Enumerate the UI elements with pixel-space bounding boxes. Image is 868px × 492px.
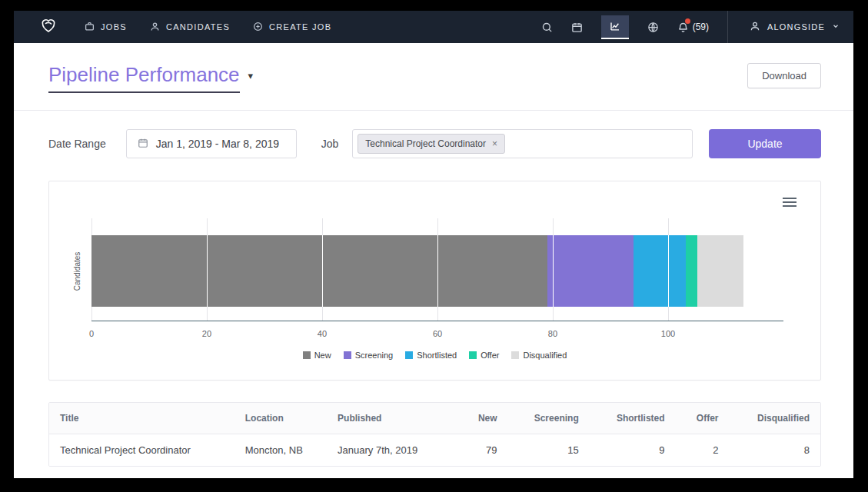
calendar-icon <box>138 138 148 151</box>
nav-item-candidates[interactable]: CANDIDATES <box>150 22 230 33</box>
legend-item-shortlisted[interactable]: Shortlisted <box>405 351 457 360</box>
nav-item-label: JOBS <box>101 22 127 32</box>
plot-area <box>91 218 783 321</box>
legend-swatch <box>405 351 413 359</box>
plus-circle-icon <box>253 22 263 33</box>
x-tick-label: 0 <box>89 329 94 338</box>
job-select-input[interactable]: Technical Project Coordinator × <box>352 129 693 158</box>
page-title: Pipeline Performance <box>48 63 240 93</box>
top-navbar: JOBS CANDIDATES CREATE JOB <box>14 11 853 43</box>
date-range-value: Jan 1, 2019 - Mar 8, 2019 <box>156 138 279 150</box>
calendar-icon[interactable] <box>571 22 583 33</box>
column-header-published: Published <box>327 403 458 434</box>
bar-segment-offer[interactable] <box>686 235 697 307</box>
legend-label: Shortlisted <box>417 351 457 360</box>
page-header: Pipeline Performance ▾ Download <box>14 43 853 93</box>
navbar-actions: (59) ALONGSIDE <box>541 11 840 43</box>
column-header-disqualified: Disqualified <box>730 403 821 434</box>
job-tag-chip: Technical Project Coordinator × <box>358 134 505 154</box>
update-button[interactable]: Update <box>709 129 821 158</box>
account-menu[interactable]: ALONGSIDE <box>747 21 840 33</box>
chart-menu-icon[interactable] <box>780 195 799 209</box>
y-axis-label: Candidates <box>73 252 81 291</box>
bar-row <box>91 235 783 307</box>
pipeline-table-card: TitleLocationPublishedNewScreeningShortl… <box>48 402 821 467</box>
brand-logo[interactable] <box>38 16 58 38</box>
person-icon <box>150 22 160 33</box>
x-tick-label: 20 <box>202 329 211 338</box>
nav-item-create-job[interactable]: CREATE JOB <box>253 22 331 33</box>
globe-icon[interactable] <box>647 22 659 33</box>
column-header-new: New <box>458 403 508 434</box>
x-tick-label: 100 <box>661 329 675 338</box>
navbar-divider <box>727 11 728 43</box>
job-tag-label: Technical Project Coordinator <box>365 138 486 149</box>
nav-item-label: CREATE JOB <box>269 22 331 32</box>
bar-gridline <box>437 235 438 307</box>
bar-gridline <box>668 235 669 307</box>
table-cell: January 7th, 2019 <box>327 434 458 467</box>
remove-tag-icon[interactable]: × <box>492 139 497 148</box>
bar-gridline <box>207 235 208 307</box>
filter-bar: Date Range Jan 1, 2019 - Mar 8, 2019 Job… <box>14 111 853 158</box>
column-header-screening: Screening <box>508 403 590 434</box>
notification-dot <box>685 18 690 24</box>
download-button[interactable]: Download <box>747 63 821 88</box>
legend-label: Disqualified <box>523 351 567 360</box>
search-icon[interactable] <box>541 22 553 33</box>
chevron-down-icon <box>832 22 840 32</box>
table-cell: 2 <box>676 434 730 467</box>
account-label: ALONGSIDE <box>767 22 825 32</box>
table-row[interactable]: Technical Project CoordinatorMoncton, NB… <box>49 434 820 467</box>
legend-swatch <box>303 351 311 359</box>
table-cell: Moncton, NB <box>234 434 327 467</box>
title-caret-icon[interactable]: ▾ <box>248 70 254 81</box>
briefcase-icon <box>85 22 95 33</box>
legend-swatch <box>469 351 477 359</box>
legend-swatch <box>344 351 351 359</box>
report-selector[interactable]: Pipeline Performance ▾ <box>48 63 253 93</box>
column-header-offer: Offer <box>676 403 730 434</box>
nav-item-jobs[interactable]: JOBS <box>85 22 127 33</box>
bar-gridline <box>322 235 323 307</box>
app-window: JOBS CANDIDATES CREATE JOB <box>14 11 853 478</box>
legend-item-disqualified[interactable]: Disqualified <box>511 351 567 360</box>
heart-logo-icon <box>38 16 58 38</box>
column-header-location: Location <box>234 403 327 434</box>
nav-item-label: CANDIDATES <box>166 22 230 32</box>
legend-item-offer[interactable]: Offer <box>469 351 499 360</box>
x-axis-ticks: 020406080100 <box>91 329 783 340</box>
legend-item-new[interactable]: New <box>303 351 331 360</box>
job-label: Job <box>321 138 339 150</box>
legend-label: Offer <box>481 351 499 360</box>
bar-gridline <box>553 235 554 307</box>
table-cell: 8 <box>730 434 821 467</box>
bell-icon <box>677 22 689 33</box>
table-cell: 15 <box>508 434 590 467</box>
column-header-title: Title <box>49 403 234 434</box>
bar-segment-screening[interactable] <box>547 235 634 307</box>
account-person-icon <box>750 21 760 33</box>
bar-segment-disqualified[interactable] <box>697 235 743 307</box>
bar-segment-new[interactable] <box>91 235 547 307</box>
legend-swatch <box>511 351 519 359</box>
pipeline-chart-card: Candidates 020406080100 NewScreeningShor… <box>48 181 821 381</box>
legend-label: New <box>314 351 331 360</box>
table-header-row: TitleLocationPublishedNewScreeningShortl… <box>49 403 820 434</box>
legend-item-screening[interactable]: Screening <box>344 351 394 360</box>
notifications-button[interactable]: (59) <box>677 22 709 33</box>
table-cell: 9 <box>590 434 676 467</box>
pipeline-table: TitleLocationPublishedNewScreeningShortl… <box>49 403 820 466</box>
table-cell: Technical Project Coordinator <box>49 434 234 467</box>
primary-nav: JOBS CANDIDATES CREATE JOB <box>85 22 331 33</box>
table-body: Technical Project CoordinatorMoncton, NB… <box>49 434 820 467</box>
x-tick-label: 60 <box>433 329 442 338</box>
bar-segment-shortlisted[interactable] <box>634 235 686 307</box>
date-range-label: Date Range <box>48 138 106 150</box>
reports-chart-icon[interactable] <box>601 15 629 39</box>
notification-count: (59) <box>693 22 709 32</box>
legend: NewScreeningShortlistedOfferDisqualified <box>49 351 820 360</box>
column-header-shortlisted: Shortlisted <box>590 403 676 434</box>
date-range-input[interactable]: Jan 1, 2019 - Mar 8, 2019 <box>126 129 297 158</box>
legend-label: Screening <box>355 351 394 360</box>
